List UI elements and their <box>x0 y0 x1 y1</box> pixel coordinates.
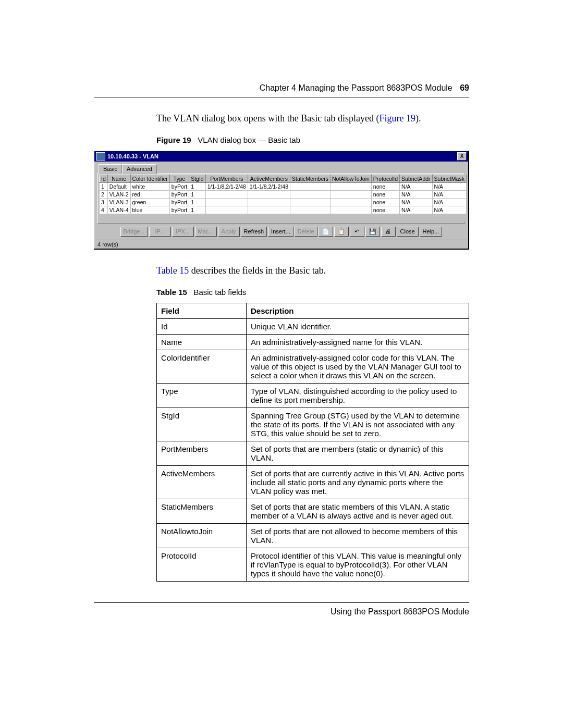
ip-button[interactable]: IP... <box>149 227 171 237</box>
field-name: StaticMembers <box>157 499 247 524</box>
mac-button[interactable]: Mac... <box>195 227 217 237</box>
fields-row: IdUnique VLAN identifier. <box>157 319 469 335</box>
close-icon[interactable]: X <box>457 152 467 161</box>
vlan-dialog: 10.10.40.33 - VLAN X Basic Advanced IdNa… <box>94 151 469 250</box>
insert-button[interactable]: Insert... <box>268 227 293 237</box>
fields-row: NotAllowtoJoinSet of ports that are not … <box>157 524 469 548</box>
fields-row: ProtocolIdProtocol identifier of this VL… <box>157 548 469 582</box>
vlan-table[interactable]: IdNameColor IdentifierTypeStgIdPortMembe… <box>99 175 467 222</box>
field-name: Type <box>157 384 247 408</box>
status-bar: 4 row(s) <box>94 240 468 249</box>
column-header[interactable]: Id <box>100 175 108 183</box>
field-name: ProtocolId <box>157 548 247 582</box>
field-name: ColorIdentifier <box>157 350 247 384</box>
page-footer: Using the Passport 8683POS Module <box>94 602 469 616</box>
field-name: Id <box>157 319 247 335</box>
page-number: 69 <box>460 83 469 92</box>
button-row: Bridge...IP...IPX...Mac...ApplyRefreshIn… <box>94 224 468 240</box>
column-header[interactable]: Color Identifier <box>130 175 169 183</box>
page-header: Chapter 4 Managing the Passport 8683POS … <box>94 83 469 97</box>
window-icon <box>96 152 105 161</box>
fields-header-desc: Description <box>247 303 469 319</box>
table-link[interactable]: Table 15 <box>156 265 189 276</box>
paste-icon[interactable]: 📋 <box>334 227 349 237</box>
field-description: Set of ports that are not allowed to bec… <box>247 524 469 548</box>
title-bar[interactable]: 10.10.40.33 - VLAN X <box>94 151 468 162</box>
fields-row: NameAn administratively-assigned name fo… <box>157 335 469 350</box>
column-header[interactable]: ActiveMembers <box>248 175 290 183</box>
save-icon[interactable]: 💾 <box>365 227 380 237</box>
fields-row: StgIdSpanning Tree Group (STG) used by t… <box>157 408 469 441</box>
fields-row: TypeType of VLAN, distinguished accordin… <box>157 384 469 408</box>
column-header[interactable]: Name <box>107 175 130 183</box>
fields-header-field: Field <box>157 303 247 319</box>
column-header[interactable]: SubnetAddr <box>400 175 432 183</box>
tab-advanced[interactable]: Advanced <box>122 164 157 174</box>
fields-table: Field Description IdUnique VLAN identifi… <box>156 303 469 582</box>
close-button[interactable]: Close <box>397 227 419 237</box>
figure-link[interactable]: Figure 19 <box>380 113 416 124</box>
column-header[interactable]: PortMembers <box>205 175 248 183</box>
help-button[interactable]: Help... <box>420 227 443 237</box>
column-header[interactable]: Type <box>169 175 189 183</box>
fields-row: PortMembersSet of ports that are members… <box>157 441 469 466</box>
grid-panel: IdNameColor IdentifierTypeStgIdPortMembe… <box>97 173 465 224</box>
field-description: An administratively-assigned name for th… <box>247 335 469 350</box>
ipx-button[interactable]: IPX... <box>172 227 194 237</box>
copy-icon[interactable]: 📄 <box>319 227 333 237</box>
field-name: StgId <box>157 408 247 441</box>
field-name: PortMembers <box>157 441 247 466</box>
table-row[interactable]: 3VLAN-3greenbyPort1noneN/AN/A <box>100 199 467 206</box>
chapter-title: Chapter 4 Managing the Passport 8683POS … <box>260 83 452 92</box>
field-description: Type of VLAN, distinguished according to… <box>247 384 469 408</box>
field-description: Set of ports that are currently active i… <box>247 466 469 499</box>
field-name: Name <box>157 335 247 350</box>
table-caption: Table 15 Basic tab fields <box>94 288 469 297</box>
field-name: NotAllowtoJoin <box>157 524 247 548</box>
fields-row: ColorIdentifierAn administratively-assig… <box>157 350 469 384</box>
fields-row: StaticMembersSet of ports that are stati… <box>157 499 469 524</box>
table-row[interactable]: 1DefaultwhitebyPort11/1-1/8,2/1-2/481/1-… <box>100 183 467 191</box>
field-description: Unique VLAN identifier. <box>247 319 469 335</box>
intro-paragraph: The VLAN dialog box opens with the Basic… <box>94 113 469 124</box>
apply-button[interactable]: Apply <box>218 227 240 237</box>
field-description: Set of ports that are static members of … <box>247 499 469 524</box>
print-icon[interactable]: 🖨 <box>381 227 396 237</box>
undo-icon[interactable]: ↶ <box>350 227 364 237</box>
table-row[interactable]: 4VLAN-4bluebyPort1noneN/AN/A <box>100 206 467 214</box>
field-description: An administratively-assigned color code … <box>247 350 469 384</box>
delete-button[interactable]: Delete <box>295 227 317 237</box>
tab-basic[interactable]: Basic <box>99 164 122 174</box>
tab-bar: Basic Advanced <box>94 162 468 173</box>
column-header[interactable]: SubnetMask <box>432 175 466 183</box>
field-description: Set of ports that are members (static or… <box>247 441 469 466</box>
figure-caption: Figure 19 VLAN dialog box — Basic tab <box>94 135 469 144</box>
field-description: Protocol identifier of this VLAN. This v… <box>247 548 469 582</box>
refresh-button[interactable]: Refresh <box>241 227 267 237</box>
bridge-button[interactable]: Bridge... <box>120 227 148 237</box>
table-row[interactable]: 2VLAN-2redbyPort1noneN/AN/A <box>100 191 467 199</box>
field-description: Spanning Tree Group (STG) used by the VL… <box>247 408 469 441</box>
mid-paragraph: Table 15 describes the fields in the Bas… <box>94 265 469 276</box>
column-header[interactable]: StgId <box>189 175 206 183</box>
column-header[interactable]: NotAllowToJoin <box>331 175 372 183</box>
column-header[interactable]: StaticMembers <box>290 175 330 183</box>
field-name: ActiveMembers <box>157 466 247 499</box>
window-title: 10.10.40.33 - VLAN <box>107 153 457 159</box>
fields-row: ActiveMembersSet of ports that are curre… <box>157 466 469 499</box>
column-header[interactable]: ProtocolId <box>371 175 399 183</box>
